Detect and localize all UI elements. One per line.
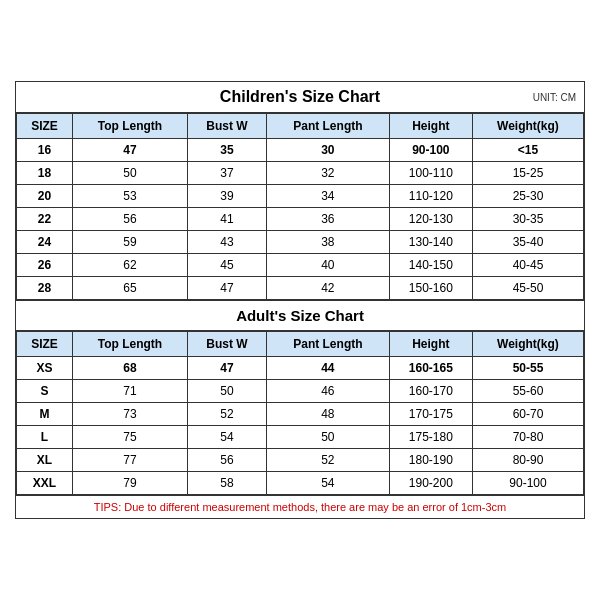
col-header-pant-length: Pant Length	[266, 114, 389, 139]
table-cell: <15	[472, 139, 583, 162]
table-cell: 70-80	[472, 426, 583, 449]
children-title-row: Children's Size Chart UNIT: CM	[16, 82, 584, 113]
table-cell: 73	[72, 403, 187, 426]
table-cell: L	[17, 426, 73, 449]
table-cell: 54	[266, 472, 389, 495]
table-cell: 90-100	[389, 139, 472, 162]
adult-header-row: SIZE Top Length Bust W Pant Length Heigh…	[17, 332, 584, 357]
table-cell: 140-150	[389, 254, 472, 277]
table-cell: 35-40	[472, 231, 583, 254]
table-cell: 50-55	[472, 357, 583, 380]
table-cell: 77	[72, 449, 187, 472]
table-row: S715046160-17055-60	[17, 380, 584, 403]
table-cell: 100-110	[389, 162, 472, 185]
table-row: 28654742150-16045-50	[17, 277, 584, 300]
col-header-weight: Weight(kg)	[472, 114, 583, 139]
table-cell: 15-25	[472, 162, 583, 185]
table-cell: 39	[188, 185, 267, 208]
table-cell: 50	[266, 426, 389, 449]
table-row: XXL795854190-20090-100	[17, 472, 584, 495]
table-cell: 36	[266, 208, 389, 231]
table-cell: 53	[72, 185, 187, 208]
table-row: 24594338130-14035-40	[17, 231, 584, 254]
table-cell: 43	[188, 231, 267, 254]
col-header-size: SIZE	[17, 114, 73, 139]
table-row: M735248170-17560-70	[17, 403, 584, 426]
table-cell: 120-130	[389, 208, 472, 231]
table-row: L755450175-18070-80	[17, 426, 584, 449]
table-cell: 22	[17, 208, 73, 231]
table-cell: 130-140	[389, 231, 472, 254]
table-cell: 55-60	[472, 380, 583, 403]
adult-title-row: Adult's Size Chart	[16, 300, 584, 331]
adult-col-header-height: Height	[389, 332, 472, 357]
table-cell: 180-190	[389, 449, 472, 472]
table-cell: 62	[72, 254, 187, 277]
table-cell: 45-50	[472, 277, 583, 300]
table-cell: 65	[72, 277, 187, 300]
table-cell: 59	[72, 231, 187, 254]
table-cell: 56	[188, 449, 267, 472]
adult-table-body: XS684744160-16550-55S715046160-17055-60M…	[17, 357, 584, 495]
table-cell: 18	[17, 162, 73, 185]
table-row: 22564136120-13030-35	[17, 208, 584, 231]
adult-col-header-bust-w: Bust W	[188, 332, 267, 357]
adult-chart-title: Adult's Size Chart	[236, 307, 364, 324]
table-row: 26624540140-15040-45	[17, 254, 584, 277]
table-cell: 32	[266, 162, 389, 185]
table-cell: 52	[266, 449, 389, 472]
table-row: 1647353090-100<15	[17, 139, 584, 162]
table-cell: 175-180	[389, 426, 472, 449]
table-cell: 150-160	[389, 277, 472, 300]
table-cell: 68	[72, 357, 187, 380]
table-cell: 170-175	[389, 403, 472, 426]
table-cell: 71	[72, 380, 187, 403]
table-cell: 52	[188, 403, 267, 426]
table-cell: 30	[266, 139, 389, 162]
table-cell: 42	[266, 277, 389, 300]
table-cell: 110-120	[389, 185, 472, 208]
table-cell: S	[17, 380, 73, 403]
table-cell: 80-90	[472, 449, 583, 472]
table-cell: 20	[17, 185, 73, 208]
table-cell: 35	[188, 139, 267, 162]
col-header-height: Height	[389, 114, 472, 139]
table-cell: 56	[72, 208, 187, 231]
table-cell: XS	[17, 357, 73, 380]
table-cell: 40-45	[472, 254, 583, 277]
table-cell: 190-200	[389, 472, 472, 495]
children-chart-title: Children's Size Chart	[220, 88, 380, 106]
table-cell: XXL	[17, 472, 73, 495]
table-cell: 50	[188, 380, 267, 403]
table-cell: M	[17, 403, 73, 426]
table-row: XL775652180-19080-90	[17, 449, 584, 472]
table-cell: 58	[188, 472, 267, 495]
unit-label: UNIT: CM	[533, 92, 576, 103]
children-table-body: 1647353090-100<1518503732100-11015-25205…	[17, 139, 584, 300]
table-cell: 34	[266, 185, 389, 208]
table-cell: 160-170	[389, 380, 472, 403]
adult-col-header-weight: Weight(kg)	[472, 332, 583, 357]
table-cell: 54	[188, 426, 267, 449]
table-cell: 44	[266, 357, 389, 380]
col-header-top-length: Top Length	[72, 114, 187, 139]
adult-col-header-top-length: Top Length	[72, 332, 187, 357]
children-table: SIZE Top Length Bust W Pant Length Heigh…	[16, 113, 584, 300]
table-cell: 50	[72, 162, 187, 185]
table-row: 20533934110-12025-30	[17, 185, 584, 208]
table-cell: 47	[188, 357, 267, 380]
table-cell: 160-165	[389, 357, 472, 380]
table-cell: 46	[266, 380, 389, 403]
table-cell: 47	[188, 277, 267, 300]
table-cell: 47	[72, 139, 187, 162]
table-cell: XL	[17, 449, 73, 472]
table-cell: 79	[72, 472, 187, 495]
table-cell: 24	[17, 231, 73, 254]
table-cell: 25-30	[472, 185, 583, 208]
adult-table: SIZE Top Length Bust W Pant Length Heigh…	[16, 331, 584, 495]
table-cell: 48	[266, 403, 389, 426]
table-cell: 37	[188, 162, 267, 185]
table-row: 18503732100-11015-25	[17, 162, 584, 185]
table-cell: 45	[188, 254, 267, 277]
table-cell: 90-100	[472, 472, 583, 495]
